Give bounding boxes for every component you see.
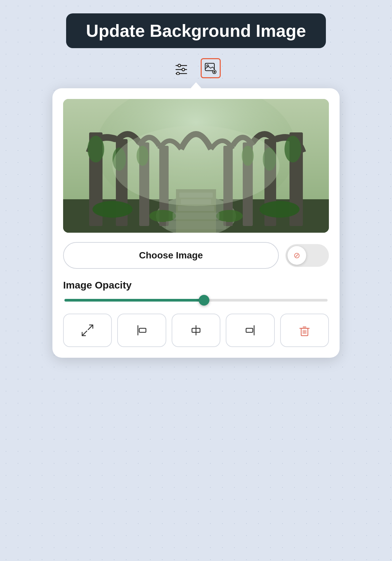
svg-rect-37: [166, 221, 226, 229]
page-title: Update Background Image: [86, 21, 306, 41]
collapse-button[interactable]: [63, 314, 112, 347]
svg-point-23: [87, 136, 104, 162]
svg-rect-36: [173, 213, 219, 219]
slider-track: [64, 299, 328, 302]
align-left-button[interactable]: [117, 314, 166, 347]
main-panel: Choose Image ⊘ Image Opacity: [52, 88, 340, 358]
svg-point-5: [177, 72, 179, 75]
svg-point-38: [113, 126, 279, 206]
center-align-button[interactable]: [172, 314, 220, 347]
page-wrapper: Update Background Image: [0, 0, 392, 358]
unlink-icon: ⊘: [293, 251, 300, 260]
image-preview: [63, 99, 329, 233]
svg-point-30: [259, 201, 300, 218]
svg-point-29: [92, 201, 133, 218]
slider-fill: [64, 299, 204, 302]
svg-point-1: [178, 64, 181, 67]
opacity-label: Image Opacity: [63, 279, 329, 291]
svg-rect-46: [246, 328, 253, 332]
opacity-slider[interactable]: [63, 299, 329, 302]
image-settings-icon[interactable]: [201, 58, 221, 78]
svg-point-26: [284, 136, 301, 162]
sliders-icon[interactable]: [171, 58, 191, 78]
svg-point-31: [149, 210, 176, 222]
controls-row: Choose Image ⊘: [63, 242, 329, 269]
title-pill: Update Background Image: [66, 13, 326, 48]
svg-line-40: [82, 331, 87, 336]
svg-line-39: [88, 325, 93, 330]
action-buttons: [63, 314, 329, 347]
svg-point-32: [216, 210, 243, 222]
svg-point-9: [214, 71, 215, 73]
link-toggle[interactable]: ⊘: [285, 244, 329, 267]
align-right-button[interactable]: [226, 314, 274, 347]
delete-button[interactable]: [280, 314, 329, 347]
svg-point-3: [182, 68, 185, 71]
svg-rect-35: [178, 206, 214, 211]
svg-rect-42: [139, 328, 146, 332]
choose-image-button[interactable]: Choose Image: [63, 242, 279, 269]
svg-rect-6: [205, 63, 214, 71]
toggle-knob: ⊘: [287, 246, 306, 265]
toolbar-row: [171, 58, 221, 78]
slider-thumb[interactable]: [199, 295, 209, 306]
